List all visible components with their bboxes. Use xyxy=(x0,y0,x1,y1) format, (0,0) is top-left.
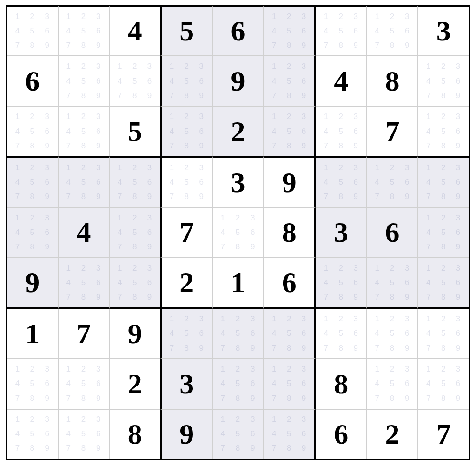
cell-r8-c8[interactable]: 123456789 xyxy=(367,359,418,409)
cell-r3-c8[interactable]: 7 xyxy=(367,107,418,157)
cell-r2-c1[interactable]: 6 xyxy=(7,56,58,106)
pencil-7: 7 xyxy=(370,341,385,355)
cell-r4-c6[interactable]: 9 xyxy=(264,157,315,207)
cell-r4-c4[interactable]: 123456789 xyxy=(161,157,212,207)
cell-r7-c1[interactable]: 1 xyxy=(7,308,58,359)
cell-r5-c2[interactable]: 4 xyxy=(58,207,110,258)
cell-r2-c8[interactable]: 8 xyxy=(367,56,418,106)
cell-r6-c5[interactable]: 1 xyxy=(212,258,264,308)
cell-r8-c1[interactable]: 123456789 xyxy=(7,359,58,409)
cell-r5-c5[interactable]: 123456789 xyxy=(212,207,264,258)
cell-r4-c8[interactable]: 123456789 xyxy=(367,157,418,207)
cell-r3-c1[interactable]: 123456789 xyxy=(7,107,58,157)
cell-value: 8 xyxy=(128,418,142,451)
cell-r3-c5[interactable]: 2 xyxy=(212,107,264,157)
cell-r4-c9[interactable]: 123456789 xyxy=(418,157,469,207)
pencil-2: 2 xyxy=(127,160,142,175)
cell-r2-c6[interactable]: 123456789 xyxy=(264,56,315,106)
cell-r7-c2[interactable]: 7 xyxy=(58,308,110,359)
cell-r8-c2[interactable]: 123456789 xyxy=(58,359,110,409)
cell-r6-c4[interactable]: 2 xyxy=(161,258,212,308)
pencil-marks: 123456789 xyxy=(267,110,311,153)
cell-r5-c7[interactable]: 3 xyxy=(315,207,367,258)
cell-r8-c4[interactable]: 3 xyxy=(161,359,212,409)
pencil-7: 7 xyxy=(421,391,436,406)
cell-r8-c3[interactable]: 2 xyxy=(109,359,161,409)
cell-r9-c7[interactable]: 6 xyxy=(315,409,367,459)
cell-r4-c2[interactable]: 123456789 xyxy=(58,157,110,207)
cell-r7-c3[interactable]: 9 xyxy=(109,308,161,359)
cell-r5-c4[interactable]: 7 xyxy=(161,207,212,258)
pencil-5: 5 xyxy=(76,74,91,88)
cell-r8-c7[interactable]: 8 xyxy=(315,359,367,409)
pencil-marks: 123456789 xyxy=(216,211,261,254)
cell-r4-c7[interactable]: 123456789 xyxy=(315,157,367,207)
cell-r3-c3[interactable]: 5 xyxy=(109,107,161,157)
pencil-6: 6 xyxy=(400,24,415,38)
cell-r9-c3[interactable]: 8 xyxy=(109,409,161,459)
cell-r8-c9[interactable]: 123456789 xyxy=(418,359,469,409)
cell-r7-c7[interactable]: 123456789 xyxy=(315,308,367,359)
cell-r7-c9[interactable]: 123456789 xyxy=(418,308,469,359)
cell-r1-c3[interactable]: 4 xyxy=(109,6,161,56)
cell-r1-c4[interactable]: 5 xyxy=(161,6,212,56)
cell-r7-c8[interactable]: 123456789 xyxy=(367,308,418,359)
cell-r5-c9[interactable]: 123456789 xyxy=(418,207,469,258)
cell-r2-c7[interactable]: 4 xyxy=(315,56,367,106)
cell-r5-c8[interactable]: 6 xyxy=(367,207,418,258)
cell-r2-c4[interactable]: 123456789 xyxy=(161,56,212,106)
cell-r1-c5[interactable]: 6 xyxy=(212,6,264,56)
pencil-7: 7 xyxy=(112,240,127,254)
cell-r6-c1[interactable]: 9 xyxy=(7,258,58,308)
cell-value: 7 xyxy=(385,115,399,148)
cell-r7-c4[interactable]: 123456789 xyxy=(161,308,212,359)
pencil-3: 3 xyxy=(400,312,415,326)
cell-r9-c9[interactable]: 7 xyxy=(418,409,469,459)
cell-r9-c4[interactable]: 9 xyxy=(161,409,212,459)
pencil-8: 8 xyxy=(385,391,400,406)
cell-r3-c7[interactable]: 123456789 xyxy=(315,107,367,157)
cell-r6-c3[interactable]: 123456789 xyxy=(109,258,161,308)
cell-r1-c8[interactable]: 123456789 xyxy=(367,6,418,56)
cell-r6-c8[interactable]: 123456789 xyxy=(367,258,418,308)
pencil-6: 6 xyxy=(451,74,466,88)
cell-r5-c3[interactable]: 123456789 xyxy=(109,207,161,258)
cell-r1-c6[interactable]: 123456789 xyxy=(264,6,315,56)
cell-r2-c3[interactable]: 123456789 xyxy=(109,56,161,106)
cell-r3-c2[interactable]: 123456789 xyxy=(58,107,110,157)
cell-r5-c1[interactable]: 123456789 xyxy=(7,207,58,258)
cell-r9-c6[interactable]: 123456789 xyxy=(264,409,315,459)
cell-r9-c8[interactable]: 2 xyxy=(367,409,418,459)
cell-r6-c6[interactable]: 6 xyxy=(264,258,315,308)
cell-r6-c9[interactable]: 123456789 xyxy=(418,258,469,308)
cell-r1-c9[interactable]: 3 xyxy=(418,6,469,56)
cell-r4-c5[interactable]: 3 xyxy=(212,157,264,207)
cell-r3-c6[interactable]: 123456789 xyxy=(264,107,315,157)
cell-r7-c5[interactable]: 123456789 xyxy=(212,308,264,359)
cell-r1-c7[interactable]: 123456789 xyxy=(315,6,367,56)
cell-r2-c5[interactable]: 9 xyxy=(212,56,264,106)
cell-r9-c1[interactable]: 123456789 xyxy=(7,409,58,459)
cell-r8-c6[interactable]: 123456789 xyxy=(264,359,315,409)
cell-r4-c1[interactable]: 123456789 xyxy=(7,157,58,207)
pencil-7: 7 xyxy=(61,290,76,305)
cell-r1-c2[interactable]: 123456789 xyxy=(58,6,110,56)
cell-r3-c4[interactable]: 123456789 xyxy=(161,107,212,157)
pencil-3: 3 xyxy=(40,211,55,225)
cell-r4-c3[interactable]: 123456789 xyxy=(109,157,161,207)
pencil-8: 8 xyxy=(76,441,91,456)
cell-r6-c7[interactable]: 123456789 xyxy=(315,258,367,308)
cell-r9-c2[interactable]: 123456789 xyxy=(58,409,110,459)
cell-r7-c6[interactable]: 123456789 xyxy=(264,308,315,359)
cell-r9-c5[interactable]: 123456789 xyxy=(212,409,264,459)
cell-r8-c5[interactable]: 123456789 xyxy=(212,359,264,409)
cell-r6-c2[interactable]: 123456789 xyxy=(58,258,110,308)
cell-r5-c6[interactable]: 8 xyxy=(264,207,315,258)
cell-r3-c9[interactable]: 123456789 xyxy=(418,107,469,157)
cell-r1-c1[interactable]: 123456789 xyxy=(7,6,58,56)
cell-r2-c2[interactable]: 123456789 xyxy=(58,56,110,106)
pencil-9: 9 xyxy=(194,139,209,153)
pencil-3: 3 xyxy=(451,110,466,124)
cell-value: 1 xyxy=(231,266,245,299)
cell-r2-c9[interactable]: 123456789 xyxy=(418,56,469,106)
